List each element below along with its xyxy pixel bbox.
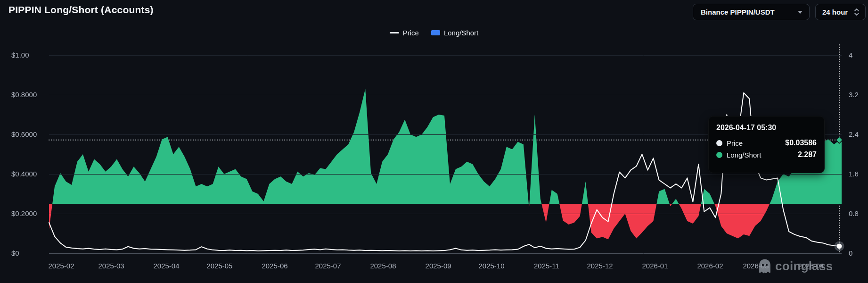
left-axis-tick: $0.8000 [11, 91, 37, 99]
long-short-bar-icon [431, 30, 440, 35]
tooltip-row-price: Price $0.03586 [716, 139, 817, 147]
coinglass-watermark-text: coinglass [775, 259, 833, 274]
x-axis-tick: 2025-10 [478, 262, 504, 270]
tooltip-row-long-short: Long/Short 2.287 [716, 150, 817, 159]
legend-price-label: Price [403, 29, 419, 37]
left-axis-tick: $0 [11, 249, 19, 257]
right-axis-tick: 3.2 [849, 91, 859, 99]
legend-long-short-label: Long/Short [444, 29, 478, 37]
long-short-marker-icon [716, 152, 722, 158]
left-axis-tick: $0.6000 [11, 130, 37, 138]
x-axis-tick: 2025-04 [153, 262, 179, 270]
legend-item-long-short[interactable]: Long/Short [431, 29, 478, 37]
select-arrows-icon [854, 8, 860, 16]
right-axis-tick: 2.4 [849, 130, 859, 138]
x-axis-tick: 2025-09 [426, 262, 451, 270]
interval-select-value: 24 hour [822, 8, 848, 16]
chart-legend: Price Long/Short [0, 29, 868, 37]
chevron-down-icon [798, 11, 802, 14]
page-title: PIPPIN Long/Short (Accounts) [8, 4, 154, 16]
tooltip-long-short-value: 2.287 [798, 150, 817, 159]
right-axis-tick: 0.8 [849, 209, 859, 217]
coinglass-ghost-icon [758, 258, 772, 274]
x-axis-tick: 2025-02 [48, 262, 74, 270]
left-axis-tick: $0.2000 [11, 209, 37, 217]
left-axis-tick: $1.00 [11, 51, 29, 59]
x-axis-tick: 2025-11 [534, 262, 559, 270]
coinglass-watermark: coinglass [758, 258, 833, 274]
pair-select-value: Binance PIPPIN/USDT [701, 8, 775, 16]
tooltip-timestamp: 2026-04-17 05:30 [716, 124, 817, 132]
long-short-chart-page: PIPPIN Long/Short (Accounts) Binance PIP… [0, 0, 868, 283]
x-axis-tick: 2025-03 [98, 262, 124, 270]
pair-select[interactable]: Binance PIPPIN/USDT [693, 4, 810, 20]
tooltip-price-label: Price [727, 139, 743, 147]
legend-item-price[interactable]: Price [390, 29, 419, 37]
left-axis-tick: $0.4000 [11, 170, 37, 178]
price-marker-icon [716, 140, 722, 146]
right-axis-tick: 0 [849, 249, 852, 257]
tooltip-price-value: $0.03586 [785, 139, 817, 147]
interval-select[interactable]: 24 hour [815, 4, 866, 20]
x-axis-tick: 2025-05 [206, 262, 232, 270]
right-axis-tick: 4 [849, 51, 852, 59]
x-axis-tick: 2025-08 [370, 262, 396, 270]
x-axis-tick: 2026-02 [697, 262, 723, 270]
x-axis-tick: 2026-01 [642, 262, 668, 270]
tooltip-long-short-label: Long/Short [727, 151, 761, 159]
right-axis-tick: 1.6 [849, 170, 859, 178]
x-axis-tick: 2025-12 [587, 262, 613, 270]
price-line-icon [390, 32, 399, 33]
x-axis-tick: 2025-07 [315, 262, 341, 270]
x-axis-tick: 2025-06 [262, 262, 288, 270]
chart-tooltip: 2026-04-17 05:30 Price $0.03586 Long/Sho… [708, 116, 825, 173]
